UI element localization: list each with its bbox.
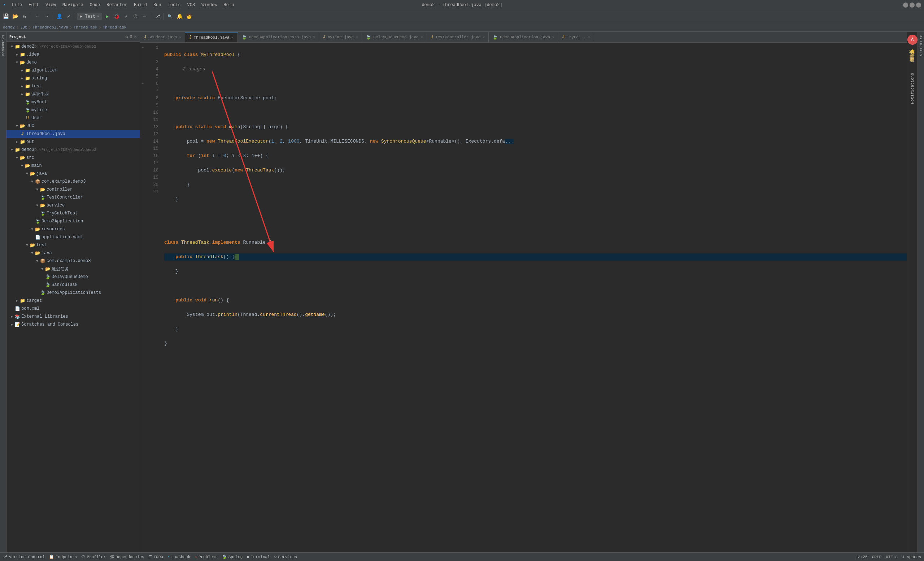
tab-close-trycatch[interactable]: ✕ [588, 35, 590, 39]
toolbar-save-button[interactable]: 💾 [2, 12, 10, 21]
status-line-ending[interactable]: CRLF [872, 555, 881, 559]
menu-refactor[interactable]: Refactor [104, 2, 130, 8]
status-spring[interactable]: 🍃 Spring [222, 555, 243, 559]
tree-test-demo[interactable]: ▶ 📁 test [6, 82, 140, 90]
status-luacheck[interactable]: • LuaCheck [168, 555, 190, 559]
listen-label[interactable]: 听我想听 [909, 63, 915, 66]
status-vcs[interactable]: ⎇ Version Control [3, 555, 45, 559]
tree-mysort[interactable]: 🍃 mySort [6, 98, 140, 106]
bookmarks-label[interactable]: Bookmarks [0, 32, 6, 59]
status-profiler[interactable]: ⏱ Profiler [81, 555, 106, 559]
search-everywhere-button[interactable]: 🔍 [166, 12, 174, 21]
tab-testcontroller[interactable]: J TestController.java ✕ [427, 32, 489, 42]
coverage-button[interactable]: ⚡ [122, 12, 130, 21]
menu-code[interactable]: Code [87, 2, 103, 8]
notification-icon[interactable]: 🔔 [908, 46, 918, 56]
debug-button[interactable]: 🐞 [112, 12, 121, 21]
tree-ketting[interactable]: ▶ 📁 课堂作业 [6, 90, 140, 98]
tree-scratches[interactable]: ▶ 📝 Scratches and Consoles [6, 321, 140, 328]
tree-demo3app[interactable]: 🍃 Demo3Application [6, 218, 140, 225]
tree-string[interactable]: ▶ 📁 string [6, 74, 140, 82]
tree-pomxml[interactable]: 📄 pom.xml [6, 304, 140, 313]
tab-close-demo3tests[interactable]: ✕ [313, 35, 315, 39]
tree-idea[interactable]: ▶ 📁 .idea [6, 51, 140, 58]
tree-sanyou[interactable]: 🍃 SanYouTask [6, 281, 140, 289]
toolbar-git-button[interactable]: ⎇ [153, 12, 162, 21]
tab-close-testcontroller[interactable]: ✕ [483, 35, 485, 39]
status-terminal[interactable]: ■ Terminal [247, 555, 270, 559]
menu-build[interactable]: Build [131, 2, 150, 8]
tree-main[interactable]: ▼ 📂 main [6, 162, 140, 170]
status-services[interactable]: ⚙ Services [274, 555, 297, 559]
tab-close-demo3app[interactable]: ✕ [552, 35, 554, 39]
tab-student[interactable]: J Student.java ✕ [140, 32, 185, 42]
tab-threadpool[interactable]: J ThreadPool.java ✕ [185, 32, 237, 42]
status-indent[interactable]: 4 spaces [902, 555, 921, 559]
toolbar-back-button[interactable]: ← [33, 12, 42, 21]
menu-tools[interactable]: Tools [165, 2, 184, 8]
tab-close-mytime[interactable]: ✕ [356, 35, 358, 39]
tree-main-java[interactable]: ▼ 📂 java [6, 170, 140, 178]
tree-demo3[interactable]: ▼ 📁 demo3 D:\Project\IDEA\demo\demo3 [6, 146, 140, 154]
tree-trycatchtest[interactable]: 🍃 TryCatchTest [6, 209, 140, 218]
tab-close-threadpool[interactable]: ✕ [232, 35, 234, 40]
tree-user[interactable]: U User [6, 114, 140, 122]
tree-mytime[interactable]: 🍃 myTime [6, 106, 140, 114]
status-dependencies[interactable]: ⛓ Dependencies [110, 555, 144, 559]
panel-gear-icon[interactable]: ⚙ [126, 34, 129, 40]
minimize-button[interactable]: − [903, 3, 908, 8]
menu-file[interactable]: File [9, 2, 25, 8]
tree-threadpool[interactable]: J ThreadPool.java [6, 130, 140, 138]
tree-juc[interactable]: ▼ 📂 JUC [6, 122, 140, 130]
menu-run[interactable]: Run [150, 2, 164, 8]
run-button[interactable]: ▶ [103, 12, 111, 21]
menu-vcs[interactable]: VCS [184, 2, 198, 8]
tab-mytime[interactable]: J myTime.java ✕ [319, 32, 362, 42]
menu-window[interactable]: Window [198, 2, 220, 8]
tree-demo3tests[interactable]: 🍃 Demo3ApplicationTests [6, 289, 140, 297]
panel-close-icon[interactable]: ✕ [134, 34, 137, 40]
status-problems[interactable]: ⚠ Problems [195, 555, 217, 559]
avatar[interactable]: A [908, 34, 918, 45]
tree-demo[interactable]: ▼ 📂 demo [6, 58, 140, 66]
status-endpoints[interactable]: 📋 Endpoints [49, 555, 77, 559]
breadcrumb-method[interactable]: ThreadTask [102, 25, 126, 30]
tree-src[interactable]: ▼ 📂 src [6, 154, 140, 162]
tree-yanchi[interactable]: ▼ 📂 延迟任务 [6, 265, 140, 273]
breadcrumb-file[interactable]: ThreadPool.java [33, 25, 68, 30]
more-run-button[interactable]: ⋯ [140, 12, 149, 21]
breadcrumb-juc[interactable]: JUC [20, 25, 27, 30]
close-button[interactable]: ✕ [916, 3, 921, 8]
tree-test-java[interactable]: ▼ 📂 java [6, 249, 140, 257]
tab-demo3app[interactable]: 🍃 Demo3Application.java ✕ [489, 32, 558, 42]
toolbar-save2-button[interactable]: 📂 [11, 12, 20, 21]
tree-test-com[interactable]: ▼ 📦 com.example.demo3 [6, 257, 140, 265]
status-encoding[interactable]: UTF-8 [886, 555, 898, 559]
menu-help[interactable]: Help [220, 2, 237, 8]
tree-appyaml[interactable]: 📄 application.yaml [6, 233, 140, 241]
tree-service[interactable]: ▼ 📂 service [6, 201, 140, 209]
status-position[interactable]: 13:26 [856, 555, 868, 559]
tree-target[interactable]: ▶ 📁 target [6, 297, 140, 304]
breadcrumb-class[interactable]: ThreadTask [74, 25, 98, 30]
toolbar-sync-button[interactable]: ↻ [20, 12, 29, 21]
fold-marker-13[interactable]: − [140, 130, 145, 138]
tree-testcontroller[interactable]: 🍃 TestController [6, 194, 140, 201]
notification-button[interactable]: 🔔 [175, 12, 184, 21]
toolbar-vcs-button[interactable]: ✓ [64, 12, 73, 21]
profile-button[interactable]: ⏱ [131, 12, 140, 21]
tree-out[interactable]: ▶ 📁 out [6, 138, 140, 146]
tab-close-student[interactable]: ✕ [179, 35, 181, 39]
tab-demo3tests[interactable]: 🍃 Demo3ApplicationTests.java ✕ [238, 32, 320, 42]
notifications-label[interactable]: Notifications [910, 73, 915, 104]
tree-test-src[interactable]: ▼ 📂 test [6, 241, 140, 249]
user-profile-button[interactable]: 🧑 [184, 12, 193, 21]
maximize-button[interactable]: □ [910, 3, 915, 8]
tab-close-delayqueue[interactable]: ✕ [421, 35, 423, 39]
tree-external-libs[interactable]: ▶ 📚 External Libraries [6, 313, 140, 321]
toolbar-forward-button[interactable]: → [42, 12, 51, 21]
tree-com-example[interactable]: ▼ 📦 com.example.demo3 [6, 178, 140, 186]
fold-marker-1[interactable]: − [140, 44, 145, 51]
structure-label[interactable]: Structure [918, 32, 924, 59]
code-editor[interactable]: public class MyThreadPool { 2 usages pri… [161, 43, 907, 552]
